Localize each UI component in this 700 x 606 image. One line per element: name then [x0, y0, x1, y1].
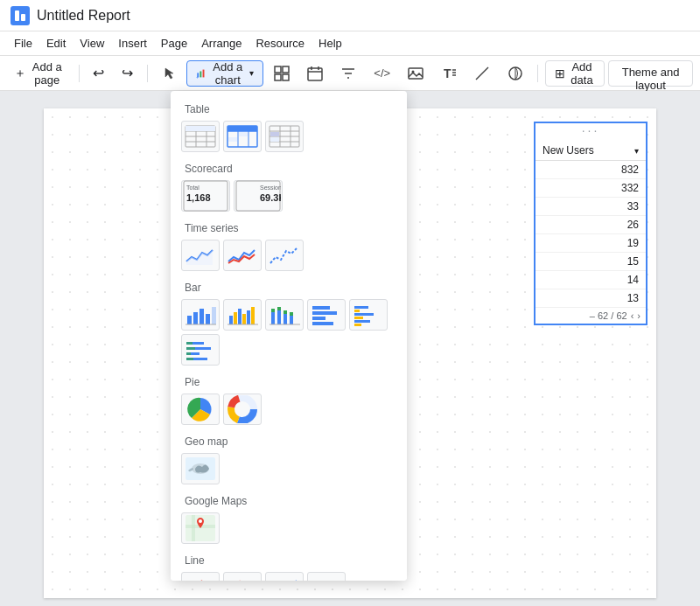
menu-arrange[interactable]: Arrange — [194, 34, 248, 52]
prev-page-button[interactable]: ‹ — [631, 310, 634, 321]
bar-chart-2[interactable] — [223, 299, 262, 331]
undo-button[interactable]: ↩ — [86, 60, 111, 87]
svg-rect-65 — [271, 312, 275, 324]
geomap-chart-1[interactable] — [181, 453, 220, 484]
bar-chart-horiz-2[interactable] — [349, 299, 388, 331]
section-title-pie: Pie — [171, 371, 407, 392]
code-button[interactable]: </> — [367, 60, 397, 87]
menu-view[interactable]: View — [73, 34, 111, 52]
table-row: 15 — [536, 253, 646, 271]
timeseries-chart-1[interactable] — [181, 240, 220, 271]
menu-insert[interactable]: Insert — [111, 34, 154, 52]
chart-type-dropdown: Table — [171, 91, 407, 581]
timeseries-chart-2[interactable] — [223, 240, 262, 271]
line-chart-1[interactable] — [181, 572, 220, 581]
pie-chart-donut[interactable] — [223, 394, 262, 425]
svg-text:69.3K: 69.3K — [260, 192, 281, 203]
add-page-button[interactable]: ＋ Add a page — [7, 60, 72, 87]
shapes-button[interactable] — [500, 60, 530, 87]
svg-rect-58 — [229, 316, 233, 324]
table-header: New Users ▾ — [536, 141, 646, 161]
cursor-icon — [162, 66, 176, 80]
table-chart-1[interactable] — [181, 121, 220, 152]
add-data-label: Add data — [569, 60, 595, 87]
googlemaps-chart-1[interactable] — [181, 512, 220, 544]
toolbar-divider-2 — [147, 65, 148, 82]
add-chart-button[interactable]: + Add a chart ▾ — [186, 60, 263, 87]
table-chart-3[interactable] — [265, 121, 304, 152]
svg-rect-74 — [312, 306, 330, 310]
svg-text:Total: Total — [186, 185, 200, 191]
title-bar: Untitled Report — [0, 0, 700, 31]
menu-help[interactable]: Help — [312, 34, 349, 52]
table-row: 332 — [536, 179, 646, 198]
svg-rect-81 — [354, 317, 363, 319]
svg-rect-76 — [312, 317, 326, 320]
select-tool-button[interactable] — [155, 60, 183, 87]
pie-chart-1[interactable] — [181, 394, 220, 425]
svg-rect-68 — [277, 307, 281, 310]
svg-rect-83 — [354, 324, 361, 326]
svg-rect-6 — [275, 66, 281, 73]
pagination-label: – 62 / 62 — [590, 310, 627, 321]
svg-rect-80 — [354, 313, 374, 316]
line-chart-3[interactable] — [265, 572, 304, 581]
svg-rect-63 — [251, 307, 255, 324]
scorecard-chart-2[interactable]: Sessions 69.3K — [234, 180, 283, 212]
svg-rect-70 — [284, 310, 287, 314]
svg-text:T: T — [444, 66, 452, 80]
svg-line-20 — [476, 67, 488, 80]
calendar-button[interactable] — [300, 60, 330, 87]
table-chart-2[interactable] — [223, 121, 262, 152]
pie-icons-row — [171, 392, 407, 430]
menu-file[interactable]: File — [7, 34, 39, 52]
section-title-googlemaps: Google Maps — [171, 490, 407, 511]
menu-resource[interactable]: Resource — [248, 34, 312, 52]
bar-chart-horiz-3[interactable] — [181, 334, 220, 366]
column-header-label: New Users — [542, 144, 594, 157]
grid-view-button[interactable] — [267, 60, 297, 87]
svg-rect-8 — [275, 74, 281, 80]
svg-rect-44 — [270, 137, 279, 142]
bar-chart-3[interactable] — [265, 299, 304, 331]
line-chart-2[interactable] — [223, 572, 262, 581]
menu-page[interactable]: Page — [154, 34, 194, 52]
table-widget[interactable]: ··· New Users ▾ 832 332 33 26 19 15 14 1… — [534, 122, 648, 325]
line-chart-4[interactable] — [307, 572, 346, 581]
svg-text:Sessions: Sessions — [260, 185, 281, 191]
timeseries-icons-row — [171, 238, 407, 276]
svg-rect-54 — [200, 309, 204, 324]
svg-rect-43 — [270, 132, 279, 136]
timeseries-chart-3[interactable] — [265, 240, 304, 271]
svg-rect-4 — [203, 69, 205, 77]
theme-layout-button[interactable]: Theme and layout — [608, 60, 693, 87]
svg-text:1,168: 1,168 — [186, 192, 211, 203]
svg-rect-35 — [239, 132, 248, 136]
line-shape-button[interactable] — [467, 60, 497, 87]
svg-rect-79 — [354, 310, 360, 312]
filter-button[interactable] — [333, 60, 363, 87]
widget-handle[interactable]: ··· — [536, 122, 646, 139]
page-title: Untitled Report — [37, 8, 130, 24]
table-row: 832 — [536, 161, 646, 179]
svg-rect-67 — [277, 310, 281, 324]
bar-chart-1[interactable] — [181, 299, 220, 331]
table-icons-row — [171, 119, 407, 157]
svg-rect-10 — [308, 68, 322, 80]
section-title-geomap: Geo map — [171, 430, 407, 451]
add-data-icon: ⊞ — [555, 66, 565, 80]
menu-edit[interactable]: Edit — [39, 34, 73, 52]
redo-button[interactable]: ↪ — [115, 60, 140, 87]
scorecard-chart-1[interactable]: Total 1,168 — [181, 180, 230, 212]
svg-rect-53 — [193, 312, 198, 324]
bar-chart-horiz-1[interactable] — [307, 299, 346, 331]
table-row: 26 — [536, 216, 646, 234]
next-page-button[interactable]: › — [637, 310, 640, 321]
geomap-icons-row — [171, 451, 407, 490]
text-button[interactable]: T — [434, 60, 464, 87]
svg-rect-9 — [283, 74, 289, 80]
section-title-scorecard: Scorecard — [171, 157, 407, 178]
svg-rect-56 — [212, 307, 216, 324]
add-data-button[interactable]: ⊞ Add data — [545, 60, 605, 87]
image-button[interactable] — [401, 60, 430, 87]
